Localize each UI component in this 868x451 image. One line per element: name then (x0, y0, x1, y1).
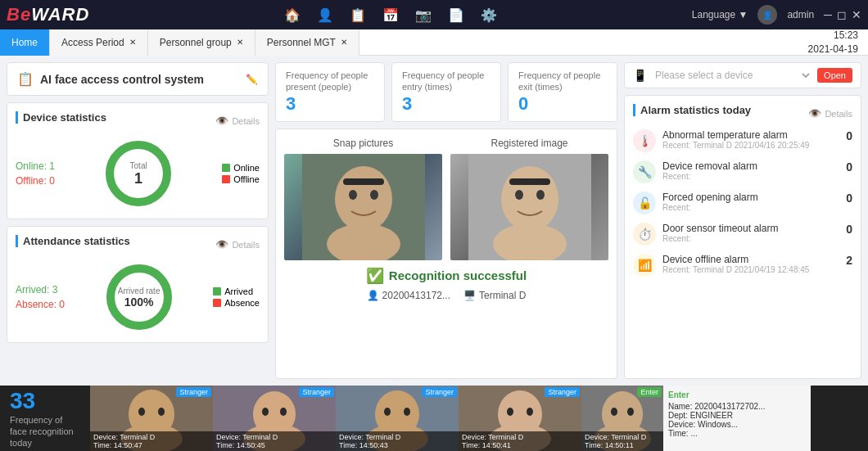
edit-icon[interactable]: ✏️ (246, 74, 258, 85)
device-stats-row: Online: 1 Offline: 0 Total 1 (16, 137, 260, 210)
language-button[interactable]: Language ▼ (692, 9, 748, 20)
online-dot (222, 164, 230, 172)
bottom-item-5[interactable]: Enter Device: Terminal D Time: 14:50:11 (581, 386, 663, 451)
bottom-meta-1: Device: Terminal D Time: 14:50:47 (90, 431, 213, 451)
minimize-button[interactable]: ─ (824, 8, 832, 21)
attendance-stats-row: Arrived: 3 Absence: 0 Arrived rate 100% (16, 260, 260, 334)
svg-point-38 (611, 408, 617, 416)
system-icon: 📋 (17, 71, 34, 87)
alarm-item-temp: 🌡️ Abnormal temperature alarm Recent: Te… (633, 129, 852, 152)
recognition-status: ✅ Recognition successful (284, 267, 608, 285)
nav-calendar-icon[interactable]: 📅 (382, 7, 399, 23)
legend-offline: Offline (222, 174, 260, 184)
person-id-meta: 👤 20200413172... (367, 290, 450, 301)
svg-point-7 (349, 190, 357, 200)
snap-pictures-col: Snap pictures (284, 138, 442, 260)
device-online-offline: Online: 1 Offline: 0 (16, 160, 55, 187)
tab-access-period[interactable]: Access Period ✕ (50, 29, 148, 56)
freq-present-card: Frequency of people present (people) 3 (275, 62, 385, 122)
alarm-item-device: 🔧 Device removal alarm Recent: 0 (633, 160, 852, 183)
right-panel: 📱 Please select a device Open Alarm stat… (624, 62, 861, 379)
alarm-stats-card: Alarm statistics today 👁️ Details 🌡️ Abn… (624, 95, 861, 379)
stranger-badge-2: Stranger (299, 387, 334, 397)
tab-home[interactable]: Home (0, 29, 50, 56)
alarm-device-info: Device removal alarm Recent: (662, 160, 830, 181)
tab-close-access-period[interactable]: ✕ (129, 38, 136, 47)
info-name: Name: 20200413172702... (668, 402, 806, 411)
freq-present-value: 3 (286, 93, 374, 115)
attendance-stats-details[interactable]: 👁️ Details (215, 238, 260, 250)
device-selector-card: 📱 Please select a device Open (624, 62, 861, 88)
info-dept: Dept: ENGINEER (668, 411, 806, 420)
svg-point-8 (370, 190, 378, 200)
nav-settings-icon[interactable]: ⚙️ (481, 7, 497, 23)
face-recognition-card: Snap pictures Regis (275, 129, 617, 379)
enter-badge-5: Enter (637, 387, 662, 397)
tab-personnel-group[interactable]: Personnel group ✕ (148, 29, 255, 56)
tab-personnel-mgt[interactable]: Personnel MGT ✕ (255, 29, 359, 56)
main-content: 📋 AI face access control system ✏️ Devic… (0, 56, 868, 386)
nav-person-icon[interactable]: 👤 (317, 7, 333, 23)
alarm-stats-details[interactable]: 👁️ Details (808, 107, 852, 120)
arrived-count: Arrived: 3 (16, 284, 65, 295)
legend-absence: Absence (213, 298, 260, 308)
close-button[interactable]: ✕ (852, 8, 861, 21)
absence-count: Absence: 0 (16, 299, 65, 310)
svg-point-5 (335, 166, 392, 232)
attendance-donut: Arrived rate 100% (102, 260, 176, 334)
reg-face-svg (468, 154, 591, 260)
attendance-legend: Arrived Absence (213, 286, 260, 308)
legend-online: Online (222, 163, 260, 173)
nav-camera-icon[interactable]: 📷 (415, 7, 432, 23)
bottom-item-1[interactable]: Stranger Device: Terminal D Time: 14:50:… (90, 386, 213, 451)
face-recognition-today-stat: 33 Frequency of face recognition today (0, 386, 90, 451)
bottom-strip: 33 Frequency of face recognition today S… (0, 386, 868, 451)
tab-close-personnel-mgt[interactable]: ✕ (341, 38, 347, 47)
attendance-stats-card: Attendance statistics 👁️ Details Arrived… (7, 226, 269, 343)
nav-doc-icon[interactable]: 📄 (448, 7, 464, 23)
device-stats-details[interactable]: 👁️ Details (215, 115, 260, 127)
bottom-meta-5: Device: Terminal D Time: 14:50:11 (581, 431, 663, 451)
terminal-meta: 🖥️ Terminal D (463, 290, 526, 301)
bottom-meta-4: Device: Terminal D Time: 14:50:41 (459, 431, 581, 451)
svg-point-29 (404, 408, 410, 416)
tab-close-personnel-group[interactable]: ✕ (237, 38, 243, 47)
info-enter-badge: Enter (668, 390, 806, 399)
legend-arrived: Arrived (213, 286, 260, 296)
device-select-dropdown[interactable]: Please select a device (652, 69, 812, 82)
offline-dot (222, 175, 230, 183)
bottom-item-2[interactable]: Stranger Device: Terminal D Time: 14:50:… (213, 386, 336, 451)
svg-point-18 (138, 408, 145, 416)
alarm-forced-info: Forced opening alarm Recent: (662, 192, 830, 212)
snap-label: Snap pictures (284, 138, 442, 149)
nav-list-icon[interactable]: 📋 (350, 7, 366, 23)
alarm-device-icon: 🔧 (633, 160, 656, 183)
open-device-button[interactable]: Open (817, 68, 852, 83)
registered-label: Registered image (450, 138, 608, 149)
freq-exit-card: Frequency of people exit (times) 0 (508, 62, 617, 122)
tab-bar: Home Access Period ✕ Personnel group ✕ P… (0, 29, 868, 56)
center-panel: Frequency of people present (people) 3 F… (275, 62, 617, 379)
recognition-meta: 👤 20200413172... 🖥️ Terminal D (284, 290, 608, 301)
maximize-button[interactable]: ◻ (837, 8, 847, 21)
svg-point-28 (384, 408, 391, 416)
device-donut: Total 1 (102, 137, 175, 210)
attendance-stats-title: Attendance statistics (16, 235, 130, 247)
system-title-card: 📋 AI face access control system ✏️ (7, 62, 269, 96)
system-title: AI face access control system (40, 73, 239, 86)
bottom-item-4[interactable]: Stranger Device: Terminal D Time: 14:50:… (459, 386, 581, 451)
nav-home-icon[interactable]: 🏠 (284, 7, 301, 23)
bottom-info-card: Enter Name: 20200413172702... Dept: ENGI… (663, 386, 811, 451)
face-recognition-count: 33 (10, 388, 80, 414)
bottom-meta-2: Device: Terminal D Time: 14:50:45 (213, 431, 336, 451)
stranger-badge-3: Stranger (422, 387, 457, 397)
top-right-area: Language ▼ 👤 admin ─ ◻ ✕ (692, 5, 861, 25)
avatar: 👤 (757, 5, 777, 25)
snap-image (284, 154, 442, 260)
stranger-badge-1: Stranger (176, 387, 211, 397)
freq-entry-label: Frequency of people entry (times) (402, 70, 491, 93)
bottom-item-3[interactable]: Stranger Device: Terminal D Time: 14:50:… (336, 386, 459, 451)
registered-image (450, 154, 608, 260)
attendance-donut-label: Arrived rate 100% (118, 286, 160, 309)
svg-point-19 (158, 408, 165, 416)
